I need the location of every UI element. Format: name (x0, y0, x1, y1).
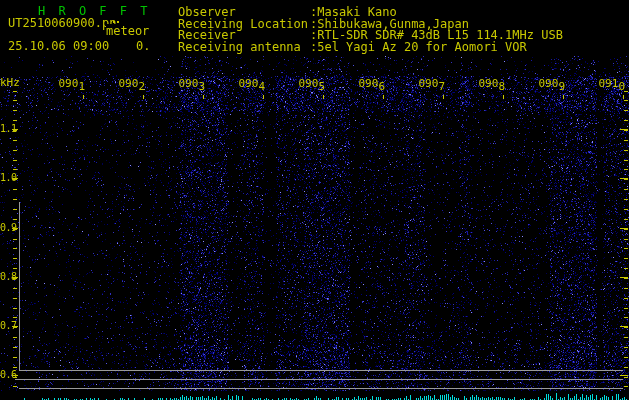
time-axis-label: 0910 (593, 77, 625, 90)
freq-axis-label: 0.7 (0, 320, 17, 331)
freq-axis-label: 0.9 (0, 222, 17, 233)
clipped-g-artifact (113, 21, 115, 23)
time-axis-label: 0905 (293, 77, 325, 90)
time-axis-label: 0906 (353, 77, 385, 90)
time-axis-label: 0908 (473, 77, 505, 90)
spectrogram-canvas (0, 0, 629, 400)
echo-count: 0. (136, 39, 150, 53)
info-row-antenna: Receiving antenna :5el Yagi Az 20 for Ao… (178, 40, 629, 54)
time-axis-label: 0909 (533, 77, 565, 90)
antenna-value: :5el Yagi Az 20 for Aomori VOR (310, 40, 527, 54)
date-time-label: 25.10.06 09:00 (8, 39, 109, 53)
output-filename: UT2510060900.pn (8, 16, 116, 30)
time-axis-label: 0902 (113, 77, 145, 90)
freq-axis-label: 1.1 (0, 123, 17, 134)
station-name: meteor (106, 24, 149, 38)
time-axis-label: 0907 (413, 77, 445, 90)
freq-axis-unit: kHz (0, 76, 20, 89)
freq-axis-label: 0.6 (0, 369, 17, 380)
freq-axis-label: 0.8 (0, 271, 17, 282)
time-axis-label: 0901 (53, 77, 85, 90)
time-axis-label: 0903 (173, 77, 205, 90)
freq-axis-label: 1.0 (0, 172, 17, 183)
time-axis-label: 0904 (233, 77, 265, 90)
hrofft-window: H R O F F T UT2510060900.pn meteor 25.10… (0, 0, 629, 400)
antenna-label: Receiving antenna (178, 40, 301, 54)
